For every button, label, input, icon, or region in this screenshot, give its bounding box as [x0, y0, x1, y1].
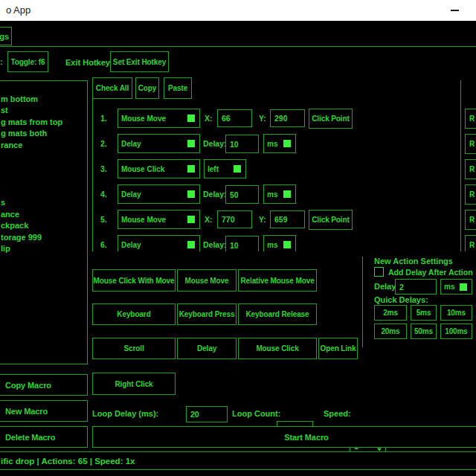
macro-list-item[interactable]: g mats from top: [1, 117, 86, 129]
macro-list-item[interactable]: s: [1, 197, 86, 209]
add-delay-button[interactable]: Delay: [177, 338, 237, 359]
delay-value-input[interactable]: [225, 185, 259, 204]
macro-list-item[interactable]: lip: [1, 243, 86, 255]
app-window: o App gs : Toggle: f6 Exit Hotkey: Set E…: [0, 0, 476, 476]
macro-list-item[interactable]: [1, 151, 86, 163]
macro-list-item[interactable]: [1, 82, 86, 94]
action-type-dropdown[interactable]: Mouse Move: [118, 109, 200, 128]
macro-list: m bottom st g mats from top g mats both …: [1, 82, 86, 255]
action-row: 2. Delay Delay: ms: [93, 134, 460, 154]
add-delay-checkbox[interactable]: [374, 267, 384, 277]
action-row-number: 4.: [100, 190, 107, 199]
action-type-value: Mouse Move: [121, 115, 166, 123]
x-coordinate-input[interactable]: [217, 210, 252, 228]
minimize-icon: [451, 10, 459, 11]
quick-delay-5ms-button[interactable]: 5ms: [411, 305, 437, 321]
action-row-number: 3.: [100, 164, 107, 173]
action-type-value: Mouse Click: [121, 165, 164, 173]
delay-value-input[interactable]: [225, 236, 259, 251]
dropdown-indicator-icon: [460, 283, 467, 291]
add-mouse-click-with-move-button[interactable]: Mouse Click With Move: [92, 269, 176, 292]
dropdown-indicator-icon: [283, 241, 291, 248]
macro-list-item[interactable]: rance: [1, 140, 86, 152]
macro-list-item[interactable]: torage 999: [1, 232, 86, 244]
new-action-unit-dropdown[interactable]: ms: [440, 279, 472, 295]
action-type-value: Mouse Move: [121, 216, 166, 224]
status-text: ific drop | Actions: 65 | Speed: 1x: [0, 457, 135, 466]
action-list: 1. Mouse Move X: Y: Click Point 2. Delay…: [92, 80, 461, 251]
remove-action-button[interactable]: R: [465, 159, 476, 179]
remove-action-button[interactable]: R: [465, 134, 476, 154]
macro-list-item[interactable]: [1, 186, 86, 198]
quick-delay-50ms-button[interactable]: 50ms: [411, 324, 437, 339]
delay-unit-dropdown[interactable]: ms: [263, 184, 296, 204]
macro-list-item[interactable]: ckpack: [1, 220, 86, 232]
action-type-dropdown[interactable]: Delay: [118, 134, 200, 153]
dropdown-indicator-icon: [187, 190, 195, 198]
macro-list-item[interactable]: ance: [1, 209, 86, 221]
new-action-settings-title: New Action Settings: [374, 257, 453, 266]
add-relative-mouse-move-button[interactable]: Relative Mouse Move: [238, 269, 317, 292]
mouse-button-dropdown[interactable]: left: [204, 159, 246, 178]
action-type-dropdown[interactable]: Delay: [118, 184, 200, 204]
tab-settings[interactable]: gs: [0, 27, 12, 45]
copy-macro-button[interactable]: Copy Macro: [0, 374, 88, 396]
set-exit-hotkey-button[interactable]: Set Exit Hotkey: [110, 51, 169, 72]
speed-label: Speed:: [324, 409, 351, 418]
delay-value-input[interactable]: [225, 135, 259, 153]
quick-delay-2ms-button[interactable]: 2ms: [374, 305, 407, 321]
new-action-delay-input[interactable]: [395, 279, 437, 295]
action-type-dropdown[interactable]: Mouse Move: [118, 210, 200, 229]
toggle-hotkey-button[interactable]: Toggle: f6: [7, 51, 48, 72]
dropdown-indicator-icon: [283, 190, 291, 198]
macro-list-item[interactable]: st: [1, 105, 86, 117]
remove-action-button[interactable]: R: [465, 184, 476, 205]
quick-delay-100ms-button[interactable]: 100ms: [440, 324, 472, 339]
remove-button-column: R R R R R R: [465, 80, 476, 251]
macro-list-item[interactable]: m bottom: [1, 94, 86, 106]
y-label: Y:: [259, 215, 266, 224]
delete-macro-button[interactable]: Delete Macro: [0, 426, 88, 448]
remove-action-button[interactable]: R: [465, 210, 476, 230]
action-row-number: 2.: [100, 139, 107, 148]
add-keyboard-press-button[interactable]: Keyboard Press: [177, 303, 237, 325]
macro-list-item[interactable]: [1, 174, 86, 186]
quick-delay-20ms-button[interactable]: 20ms: [374, 324, 407, 339]
add-mouse-move-button[interactable]: Mouse Move: [177, 269, 237, 292]
quick-delay-10ms-button[interactable]: 10ms: [440, 305, 472, 321]
delay-unit-dropdown[interactable]: ms: [263, 134, 296, 153]
x-coordinate-input[interactable]: [217, 109, 252, 127]
add-keyboard-button[interactable]: Keyboard: [92, 303, 176, 325]
remove-action-button[interactable]: R: [465, 109, 476, 129]
delay-unit-value: ms: [267, 140, 277, 148]
add-right-click-button[interactable]: Right Click: [92, 373, 176, 395]
add-open-link-button[interactable]: Open Link: [318, 338, 358, 359]
add-mouse-click-button[interactable]: Mouse Click: [238, 338, 317, 359]
action-type-value: Delay: [121, 190, 141, 199]
start-macro-button[interactable]: Start Macro: [92, 426, 476, 448]
macro-list-item[interactable]: [1, 163, 86, 175]
delay-label: Delay:: [203, 240, 227, 249]
y-coordinate-input[interactable]: [270, 109, 305, 127]
new-action-unit-value: ms: [444, 283, 454, 291]
minimize-button[interactable]: [442, 0, 467, 21]
new-macro-button[interactable]: New Macro: [0, 400, 88, 422]
delay-unit-value: ms: [267, 190, 277, 199]
delay-unit-dropdown[interactable]: ms: [263, 235, 296, 251]
macro-list-item[interactable]: g mats both: [1, 128, 86, 140]
loop-delay-input[interactable]: [186, 406, 228, 422]
action-type-dropdown[interactable]: Mouse Click: [118, 159, 200, 178]
remove-action-button[interactable]: R: [465, 235, 476, 251]
click-point-button[interactable]: Click Point: [309, 210, 353, 230]
action-type-dropdown[interactable]: Delay: [118, 235, 200, 251]
y-label: Y:: [259, 114, 266, 123]
action-row: 6. Delay Delay: ms: [93, 235, 460, 251]
add-delay-label: Add Delay After Action: [388, 268, 473, 277]
delay-unit-value: ms: [267, 241, 277, 249]
dropdown-indicator-icon: [187, 241, 195, 248]
click-point-button[interactable]: Click Point: [309, 109, 353, 129]
delay-label: Delay:: [203, 139, 227, 148]
y-coordinate-input[interactable]: [270, 210, 305, 228]
add-keyboard-release-button[interactable]: Keyboard Release: [238, 303, 317, 325]
add-scroll-button[interactable]: Scroll: [92, 338, 176, 359]
